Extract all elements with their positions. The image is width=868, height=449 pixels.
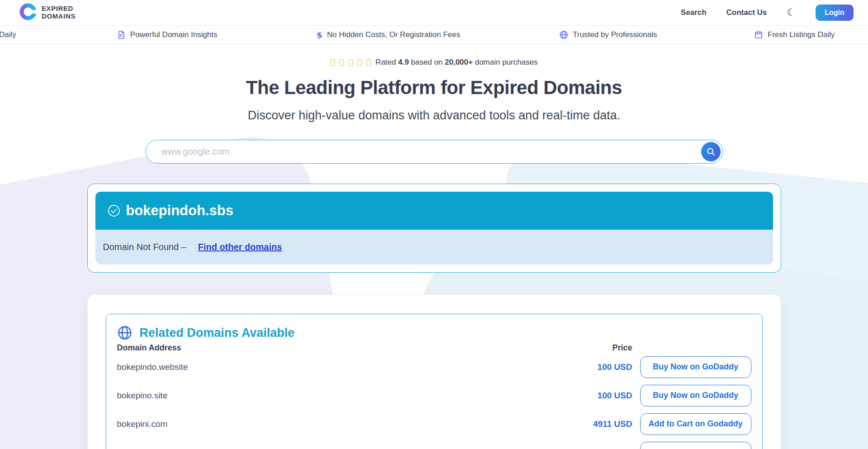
price-cell: 100 USD [574,391,632,401]
dollar-icon: $ [316,30,322,40]
ticker-item-costs: $ No Hidden Costs, Or Registration Fees [316,26,460,43]
rating-text: Rated 4.9 based on 20,000+ domain purcha… [376,58,538,67]
page-title: The Leading Platform for Expired Domains [0,77,868,99]
brand-logo[interactable]: EXPIRED DOMAINS [19,3,75,22]
header: EXPIRED DOMAINS Search Contact Us ☾ Logi… [0,0,868,26]
related-domains-title: Related Domains Available [140,326,295,340]
ticker-item-trusted: Trusted by Professionals [559,26,657,43]
nav-search-link[interactable]: Search [681,8,707,17]
ticker-item-partial: Daily [0,26,16,43]
page-subtitle: Discover high-value domains with advance… [0,109,868,123]
hero-section: Rated 4.9 based on 20,000+ domain purcha… [0,58,868,164]
star-icon [340,59,344,66]
dark-mode-moon-icon[interactable]: ☾ [787,8,796,18]
domain-cell: bokepino.site [117,391,574,401]
related-title-row: Related Domains Available [117,325,751,340]
brand-name: EXPIRED DOMAINS [42,5,75,20]
domain-search-input[interactable] [146,140,723,164]
add-to-cart-button[interactable]: Add to Cart on Godaddy [640,413,751,435]
document-icon [117,30,126,39]
star-icon [358,59,362,66]
domain-result-card: bokepindoh.sbs Domain Not Found – Find o… [87,184,781,273]
login-button[interactable]: Login [816,5,854,21]
price-cell: 100 USD [574,362,632,372]
ticker-bar: Daily Powerful Domain Insights $ No Hidd… [0,26,868,44]
check-circle-icon [108,204,120,217]
table-row: bokepin.tv 588 USD Add to Cart on Godadd… [117,438,751,449]
domain-cell: bokepindo.website [117,362,574,372]
price-cell: 588 USD [574,448,632,449]
search-submit-button[interactable] [701,142,721,161]
buy-now-button[interactable]: Buy Now on GoDaddy [640,385,751,406]
column-header-price: Price [574,343,632,353]
nav-contact-link[interactable]: Contact Us [726,8,767,17]
globe-icon [559,30,568,39]
calendar-icon [754,30,763,39]
star-icon [330,59,335,66]
ticker-item-insights: Powerful Domain Insights [117,26,217,43]
domain-status-panel: Domain Not Found – Find other domains [95,230,773,265]
globe-icon [117,325,132,340]
searched-domain-name: bokepindoh.sbs [126,203,234,219]
domain-cell: bokepin.tv [117,448,574,449]
table-row: bokepindo.website 100 USD Buy Now on GoD… [117,353,751,381]
price-cell: 4911 USD [574,419,632,429]
related-domains-card: Related Domains Available Domain Address… [87,294,781,449]
ticker-item-fresh: Fresh Listings Daily [754,26,835,43]
column-header-domain: Domain Address [117,343,574,353]
page: EXPIRED DOMAINS Search Contact Us ☾ Logi… [0,0,868,449]
domain-status-text: Domain Not Found – [103,242,187,252]
brand-mark-icon [19,3,37,22]
domain-result-header: bokepindoh.sbs [95,192,773,230]
table-header-row: Domain Address Price [117,343,751,353]
domain-cell: bokepini.com [117,419,574,429]
star-icon [349,59,353,66]
find-other-domains-link[interactable]: Find other domains [198,242,282,252]
related-domains-panel: Related Domains Available Domain Address… [106,314,763,449]
add-to-cart-button[interactable]: Add to Cart on Godaddy [640,442,751,449]
table-row: bokepini.com 4911 USD Add to Cart on God… [117,410,751,438]
star-icon [367,59,371,66]
table-row: bokepino.site 100 USD Buy Now on GoDaddy [117,381,751,410]
buy-now-button[interactable]: Buy Now on GoDaddy [640,356,751,378]
domain-search [146,140,723,164]
header-nav: Search Contact Us ☾ Login [681,5,854,21]
rating-row: Rated 4.9 based on 20,000+ domain purcha… [0,58,868,67]
search-icon [706,147,716,156]
